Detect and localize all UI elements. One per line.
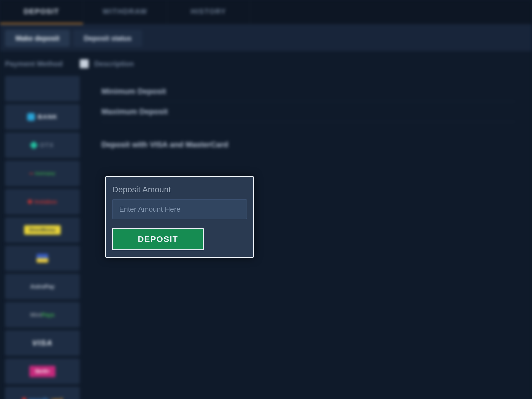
dash-icon [29, 173, 33, 174]
bank-logo: BANK [27, 113, 58, 121]
description-header: Description [94, 60, 134, 68]
deposit-amount-panel: Deposit Amount DEPOSIT [105, 176, 254, 258]
astropay-logo: AstroPay [30, 283, 55, 290]
mintpays-logo: MintPays [30, 312, 55, 318]
pm-item-otx[interactable]: OTX [5, 132, 80, 158]
bank-icon [27, 113, 35, 121]
red-label: Instabox [34, 199, 57, 205]
max-deposit-row: Maximum Deposit [101, 102, 515, 122]
pm-item-bank[interactable]: BANK [5, 104, 80, 130]
deposit-button[interactable]: DEPOSIT [112, 228, 204, 250]
min-deposit-row: Minimum Deposit [101, 81, 515, 102]
deposit-amount-label: Deposit Amount [112, 185, 247, 194]
pm-item-skrill[interactable]: Skrill+ [5, 359, 80, 384]
red-logo: Instabox [28, 199, 57, 205]
tab-deposit[interactable]: DEPOSIT [0, 0, 83, 24]
paysafe-label: paysafe [28, 397, 49, 399]
pm-item-yellow[interactable]: DirectMoney [5, 217, 80, 243]
pm-item-paysafe[interactable]: paysafecard [5, 387, 80, 399]
red-dot-icon [28, 200, 32, 204]
greenstripe-label: teamspay [35, 171, 55, 176]
deposit-amount-input[interactable] [112, 199, 247, 219]
sub-tabs: Make deposit Deposit status [0, 24, 532, 52]
pm-item-empty[interactable] [5, 76, 80, 101]
yellow-logo: DirectMoney [24, 225, 61, 235]
subtab-make-deposit[interactable]: Make deposit [5, 30, 70, 47]
flag-icon [37, 254, 48, 263]
pm-item-astropay[interactable]: AstroPay [5, 274, 80, 299]
pm-item-greenstripe[interactable]: teamspay [5, 161, 80, 186]
bank-label: BANK [38, 113, 58, 121]
tab-history[interactable]: HISTORY [167, 0, 250, 24]
greenstripe-logo: teamspay [29, 171, 55, 176]
column-header-row: Payment Method Description [0, 52, 532, 73]
header-square-icon [80, 59, 89, 68]
pm-item-red[interactable]: Instabox [5, 189, 80, 214]
red-square-icon [22, 398, 26, 399]
diamond-icon [30, 141, 38, 149]
otx-logo: OTX [31, 142, 54, 149]
pm-item-visa[interactable]: VISA [5, 330, 80, 356]
tab-withdraw[interactable]: WITHDRAW [83, 0, 167, 24]
payment-method-header: Payment Method [5, 60, 74, 68]
skrill-logo: Skrill+ [29, 366, 56, 377]
description-block: Minimum Deposit Maximum Deposit [101, 81, 515, 122]
top-tabs: DEPOSIT WITHDRAW HISTORY [0, 0, 532, 24]
blurred-background: DEPOSIT WITHDRAW HISTORY Make deposit De… [0, 0, 532, 399]
pm-item-mintpays[interactable]: MintPays [5, 302, 80, 328]
payment-method-sidebar: BANK OTX teamspay Instabox DirectMoney A… [0, 73, 85, 399]
pm-item-flag[interactable] [5, 245, 80, 271]
deposit-note: Deposit with VISA and MasterCard [101, 133, 515, 156]
main-area: BANK OTX teamspay Instabox DirectMoney A… [0, 73, 532, 399]
visa-logo: VISA [32, 339, 52, 347]
otx-label: OTX [40, 142, 54, 149]
paysafe-logo: paysafecard [22, 397, 63, 399]
subtab-deposit-status[interactable]: Deposit status [73, 30, 142, 47]
